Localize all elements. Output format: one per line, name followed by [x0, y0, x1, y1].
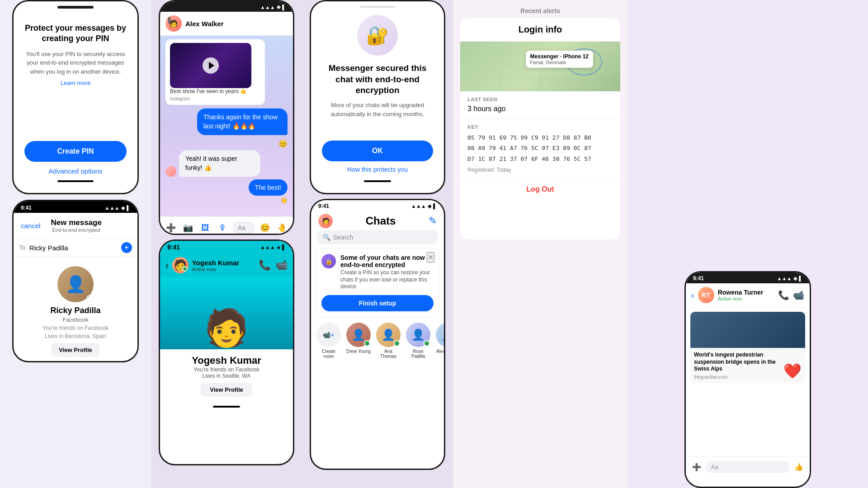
chats-time: 9:41	[318, 203, 329, 209]
profile-hero: 🧑	[160, 277, 293, 349]
story-alex[interactable]: 👤 Alex Walk...	[436, 323, 444, 359]
key-values: 05 79 91 69 75 99 C9 91 27 D8 87 B0 08 A…	[467, 132, 613, 164]
ok-button[interactable]: OK	[322, 141, 433, 161]
story-create-room[interactable]: 📹+ Create room	[316, 323, 341, 359]
mic-button[interactable]: 🎙	[215, 221, 230, 235]
heart-reaction[interactable]: ❤️	[783, 362, 802, 380]
panel-login: Recent alerts Login info Messenger · iPh…	[453, 0, 627, 488]
pin-learn-more[interactable]: Learn more	[61, 80, 90, 86]
login-card: Login info Messenger · iPhone 12 Farsø, …	[460, 18, 620, 239]
emoji-button[interactable]: 😊	[258, 221, 272, 235]
add-button[interactable]: ➕	[164, 221, 178, 235]
phone-rowena: 9:41 ▲▲▲◈▌ ‹ RT Rowena Turner Active now…	[684, 271, 811, 488]
back-button[interactable]: ‹	[165, 260, 169, 271]
create-pin-button[interactable]: Create PIN	[24, 141, 127, 162]
received-message-row: Yeah! It was super funky! 👍	[165, 150, 288, 177]
add-recipient-button[interactable]: +	[121, 242, 132, 253]
rowena-phone-icon[interactable]: 📞	[778, 290, 789, 300]
gif-button[interactable]: 🤚	[275, 221, 289, 235]
chat-contact-name: Alex Walker	[185, 20, 224, 28]
key-row-2: 08 A9 79 41 A7 76 5C 97 E3 89 0C 87	[467, 143, 613, 153]
advanced-options-button[interactable]: Advanced options	[48, 167, 102, 175]
chats-search-bar[interactable]: 🔍 Search	[316, 230, 439, 244]
profile-header: ‹ 🧑 Yogesh Kumar Active now 📞 📹	[160, 253, 293, 277]
camera-button[interactable]: 📷	[181, 221, 195, 235]
create-room-label: Create room	[316, 349, 341, 359]
how-protects-button[interactable]: How this protects you	[347, 166, 408, 173]
story-ana[interactable]: 👤 Ana Thomas	[376, 323, 401, 359]
sent-small-emoji-row: 👋	[165, 197, 288, 204]
recipient-row: To Ricky Padilla +	[14, 239, 137, 257]
phone-chat: ▲▲▲◈▌ ⬆ 🧑 Alex Walker Best show I've see…	[159, 0, 294, 235]
video-thumbnail[interactable]	[170, 43, 251, 88]
finish-setup-button[interactable]: Finish setup	[321, 295, 434, 311]
registered-text: Registered: Today	[467, 167, 613, 173]
rowena-toolbar: ➕ Aa 👍	[686, 456, 810, 477]
ana-label: Ana Thomas	[376, 349, 401, 359]
drew-label: Drew Young	[346, 349, 371, 354]
logout-button[interactable]: Log Out	[460, 179, 620, 200]
rowena-time: 9:41	[693, 275, 704, 282]
profile-avatar-small: 🧑	[172, 257, 189, 273]
view-profile-button[interactable]: View Profile	[201, 383, 252, 397]
contact-avatar: 👤	[57, 266, 94, 302]
status-bar: 9:41 ▲▲▲◈▌	[14, 201, 137, 213]
story-drew[interactable]: 👤 Drew Young	[346, 323, 371, 359]
map-line-v1	[500, 42, 501, 91]
rowena-contact-name: Rowena Turner	[718, 289, 764, 296]
recipient-name[interactable]: Ricky Padilla	[29, 244, 118, 252]
rowena-emoji-btn[interactable]: 👍	[792, 460, 806, 474]
key-label: KEY	[467, 124, 613, 130]
video-add-icon: 📹+	[323, 331, 334, 338]
news-card: World's longest pedestrian suspension br…	[690, 312, 805, 383]
lock-icon: 🔐	[366, 25, 389, 46]
message-input[interactable]: Aa	[232, 221, 255, 234]
reaction-emoji-2: 👋	[280, 197, 288, 204]
play-button[interactable]	[203, 57, 219, 74]
ana-avatar-img: 👤	[382, 328, 395, 341]
phone-call-icon[interactable]: 📞	[259, 259, 271, 271]
alex-avatar-img: 👤	[441, 328, 444, 341]
sent-small-row: The best!	[165, 179, 288, 196]
rowena-back-button[interactable]: ‹	[691, 290, 694, 300]
new-message-header: cancel New message End-to-end encrypted	[14, 213, 137, 239]
profile-name-header: Yogesh Kumar	[192, 259, 240, 267]
banner-title: Some of your chats are now end-to-end en…	[340, 254, 434, 268]
panel-e2e: 🔐 Messenger secured this chat with end-t…	[302, 0, 453, 488]
rowena-status-bar: 9:41 ▲▲▲◈▌	[686, 272, 810, 283]
banner-description: Create a PIN so you can restore your cha…	[340, 269, 434, 291]
rowena-video-icon[interactable]: 📹	[793, 290, 804, 300]
pin-title: Protect your messages by creating your P…	[24, 23, 127, 44]
e2e-icon-container: 🔐	[357, 15, 398, 56]
last-seen-section: LAST SEEN 3 hours ago	[460, 91, 620, 119]
panel-rowena: 9:41 ▲▲▲◈▌ ‹ RT Rowena Turner Active now…	[627, 0, 868, 488]
story-rose[interactable]: 👤 Rose Padilla	[406, 323, 430, 359]
profile-active-status: Active now	[192, 267, 240, 272]
image-button[interactable]: 🖼	[198, 221, 212, 235]
chat-status-bar: ▲▲▲◈▌	[160, 1, 293, 12]
cancel-button[interactable]: cancel	[21, 222, 40, 230]
shared-platform: Instagram	[170, 96, 260, 101]
e2e-upgrade-banner: ✕ 🔒 Some of your chats are now end-to-en…	[316, 248, 439, 317]
ana-avatar: 👤	[376, 323, 401, 347]
phone-pin: Protect your messages by creating your P…	[12, 0, 139, 194]
drew-online-dot	[364, 340, 370, 347]
view-profile-button[interactable]: View Profile	[52, 343, 99, 357]
share-icon[interactable]: ⬆	[165, 15, 173, 26]
video-call-icon[interactable]: 📹	[275, 259, 288, 271]
profile-friends-text: You're friends on Facebook	[167, 366, 286, 373]
rowena-message-input[interactable]: Aa	[706, 461, 790, 473]
drew-avatar-img: 👤	[352, 328, 365, 341]
search-icon: 🔍	[323, 234, 330, 241]
phone-new-message: 9:41 ▲▲▲◈▌ cancel New message End-to-end…	[12, 200, 139, 362]
contact-platform: Facebook	[62, 316, 88, 323]
device-location: Farsø, Denmark	[530, 60, 589, 65]
key-row-1: 05 79 91 69 75 99 C9 91 27 D8 87 B0	[467, 132, 613, 143]
chats-edit-button[interactable]: ✎	[429, 215, 437, 227]
profile-status-bar: 9:41 ▲▲▲◈▌	[160, 241, 293, 253]
banner-close-button[interactable]: ✕	[427, 252, 434, 263]
sent-message-row: Thanks again for the show last night! 🔥🔥…	[165, 108, 288, 138]
rowena-add-btn[interactable]: ➕	[689, 460, 704, 474]
chats-header-row: 🧑 Chats ✎	[311, 212, 444, 230]
chats-avatar[interactable]: 🧑	[318, 214, 333, 228]
